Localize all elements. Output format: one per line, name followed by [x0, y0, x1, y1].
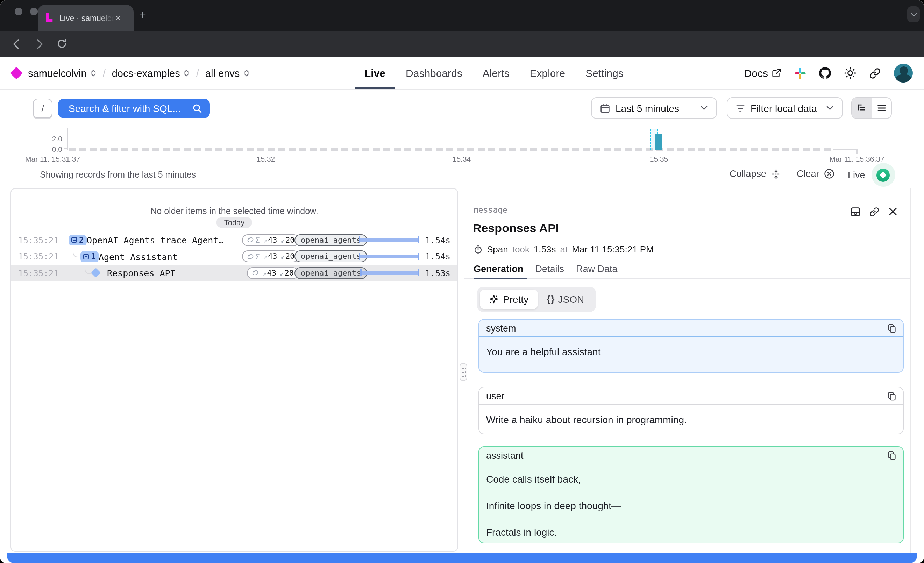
- chevron-updown-icon: [243, 69, 249, 78]
- github-icon[interactable]: [819, 67, 831, 79]
- logfire-favicon: [45, 13, 54, 22]
- list-view-button[interactable]: [871, 98, 891, 118]
- browser-window: Live · samuelcolvin/docs-exa × + logfire…: [0, 0, 924, 563]
- collapse-children-badge[interactable]: 2: [69, 235, 86, 246]
- breadcrumb-env[interactable]: all envs: [205, 67, 249, 79]
- clear-button[interactable]: Clear: [797, 169, 835, 179]
- role-label: user: [486, 391, 505, 401]
- haiku-line: Fractals in logic.: [486, 527, 896, 538]
- trace-row-selected[interactable]: 15:35:21 Responses API ↗43 ↙20 openai_ag…: [11, 265, 458, 281]
- tokens-out: 20: [285, 235, 295, 244]
- span-name: Responses API: [107, 268, 176, 279]
- tag-badge[interactable]: openai_agents: [294, 250, 367, 262]
- chevron-updown-icon: [184, 69, 190, 78]
- minimize-window-button[interactable]: [30, 8, 38, 15]
- back-button[interactable]: [11, 39, 22, 49]
- sigma-icon: Σ: [255, 252, 260, 261]
- window-bottom-accent: [7, 553, 917, 563]
- at-word: at: [560, 244, 568, 255]
- tab-close-icon[interactable]: ×: [116, 13, 121, 22]
- copy-link-icon[interactable]: [870, 207, 879, 217]
- docs-label: Docs: [744, 67, 768, 79]
- theme-sun-icon[interactable]: [844, 67, 856, 79]
- browser-tab[interactable]: Live · samuelcolvin/docs-exa ×: [38, 5, 134, 31]
- y-tick: [64, 148, 67, 149]
- tokens-in-arrow-icon: ↗: [262, 269, 266, 277]
- copy-icon[interactable]: [888, 391, 896, 400]
- docs-link[interactable]: Docs: [744, 67, 781, 79]
- close-icon[interactable]: [888, 207, 897, 216]
- x-tick-label: Mar 11. 15:31:37: [25, 154, 80, 163]
- clear-icon: [824, 169, 835, 179]
- x-tick-label: 15:34: [453, 154, 471, 163]
- duration-bar: [360, 271, 419, 274]
- refresh-button[interactable]: [57, 39, 68, 49]
- dock-panel-icon[interactable]: [850, 207, 860, 217]
- copy-icon[interactable]: [888, 323, 896, 332]
- detail-actions: [850, 207, 897, 217]
- time-range-dropdown[interactable]: Last 5 minutes: [591, 97, 717, 119]
- took-word: took: [512, 244, 530, 255]
- copy-icon[interactable]: [888, 451, 896, 460]
- stopwatch-icon: [474, 245, 483, 254]
- tree-view-button[interactable]: [852, 98, 871, 118]
- tokens-out-arrow-icon: ↙: [281, 236, 285, 244]
- date-chip[interactable]: Today: [216, 217, 252, 228]
- tree-view-icon: [857, 103, 866, 112]
- tab-details[interactable]: Details: [536, 264, 564, 280]
- tab-search-button[interactable]: [907, 6, 920, 22]
- tab-explore[interactable]: Explore: [530, 57, 566, 89]
- user-avatar[interactable]: [894, 64, 913, 82]
- timeline-tail-line: [833, 149, 857, 150]
- json-toggle-button[interactable]: { } JSON: [537, 289, 593, 309]
- tab-raw-data[interactable]: Raw Data: [576, 264, 618, 280]
- pretty-toggle-button[interactable]: Pretty: [480, 289, 537, 309]
- child-count: 1: [91, 252, 96, 261]
- forward-button[interactable]: [34, 39, 45, 49]
- child-count: 2: [79, 236, 84, 245]
- collapse-button[interactable]: Collapse: [729, 169, 780, 179]
- new-tab-button[interactable]: +: [139, 9, 146, 21]
- panel-resize-handle[interactable]: [459, 363, 467, 381]
- live-toggle[interactable]: Live: [848, 163, 896, 187]
- token-coin-icon: [247, 253, 254, 260]
- breadcrumb-project[interactable]: docs-examples: [112, 67, 190, 79]
- tab-alerts[interactable]: Alerts: [483, 57, 510, 89]
- detail-panel-divider: [910, 188, 911, 553]
- logfire-logo-icon[interactable]: [10, 67, 23, 80]
- close-window-button[interactable]: [15, 8, 22, 15]
- tag-badge[interactable]: openai_agents: [294, 234, 367, 246]
- empty-window-notice: No older items in the selected time wind…: [11, 206, 458, 216]
- format-toggle: Pretty { } JSON: [477, 287, 596, 312]
- tree-connector: [73, 244, 81, 258]
- share-link-icon[interactable]: [870, 67, 880, 79]
- breadcrumb-org[interactable]: samuelcolvin: [28, 67, 96, 79]
- timeline-baseline: [69, 148, 833, 151]
- collapse-icon: [771, 169, 780, 179]
- chevron-down-icon: [826, 106, 834, 111]
- message-card-user: user Write a haiku about recursion in pr…: [478, 387, 904, 434]
- filter-local-data-dropdown[interactable]: Filter local data: [727, 97, 843, 119]
- detail-tabs-rule: [465, 279, 910, 279]
- tab-settings[interactable]: Settings: [585, 57, 623, 89]
- span-summary: Span took 1.53s at Mar 11 15:35:21 PM: [474, 244, 654, 255]
- braces-icon: { }: [547, 295, 554, 304]
- detail-title: Responses API: [473, 222, 559, 236]
- slack-icon[interactable]: [795, 67, 806, 79]
- span-timestamp: Mar 11 15:35:21 PM: [572, 244, 654, 255]
- tokens-in: 43: [268, 235, 278, 244]
- calendar-icon: [600, 103, 610, 113]
- slash-shortcut-key[interactable]: /: [33, 99, 52, 118]
- live-indicator-icon[interactable]: [877, 168, 890, 181]
- tab-dashboards[interactable]: Dashboards: [406, 57, 462, 89]
- slash-glyph: /: [41, 103, 44, 114]
- tab-live[interactable]: Live: [364, 57, 386, 89]
- y-tick-label: 2.0: [40, 134, 62, 142]
- collapse-children-badge[interactable]: 1: [81, 251, 98, 262]
- tag-badge[interactable]: openai_agents: [294, 267, 367, 279]
- tokens-out-arrow-icon: ↙: [281, 253, 285, 260]
- search-filter-button[interactable]: Search & filter with SQL...: [58, 99, 210, 118]
- live-label: Live: [848, 169, 865, 180]
- message-card-assistant: assistant Code calls itself back, Infini…: [478, 446, 904, 544]
- timeline-activity-bar[interactable]: [655, 133, 662, 150]
